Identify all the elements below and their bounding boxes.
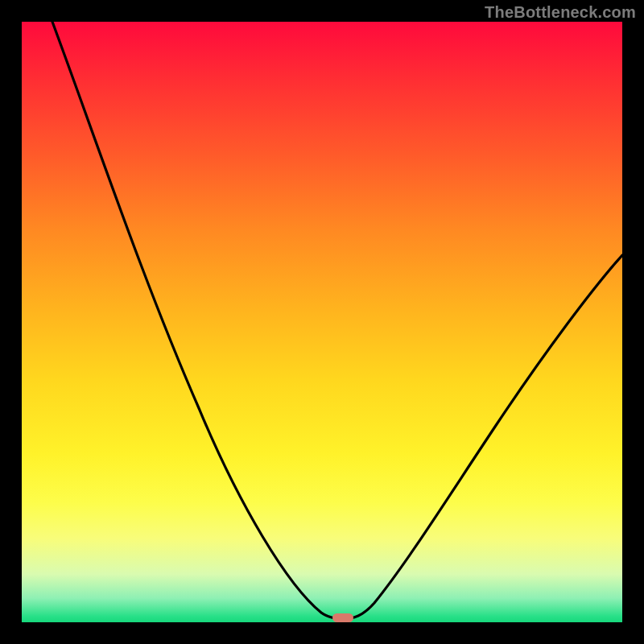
chart-frame: TheBottleneck.com — [0, 0, 644, 644]
attribution-text: TheBottleneck.com — [485, 3, 636, 22]
plot-area — [22, 22, 622, 622]
curve-left-branch — [52, 22, 342, 619]
curve-right-branch — [342, 255, 622, 619]
minimum-marker — [332, 613, 353, 622]
bottleneck-curve — [22, 22, 622, 622]
